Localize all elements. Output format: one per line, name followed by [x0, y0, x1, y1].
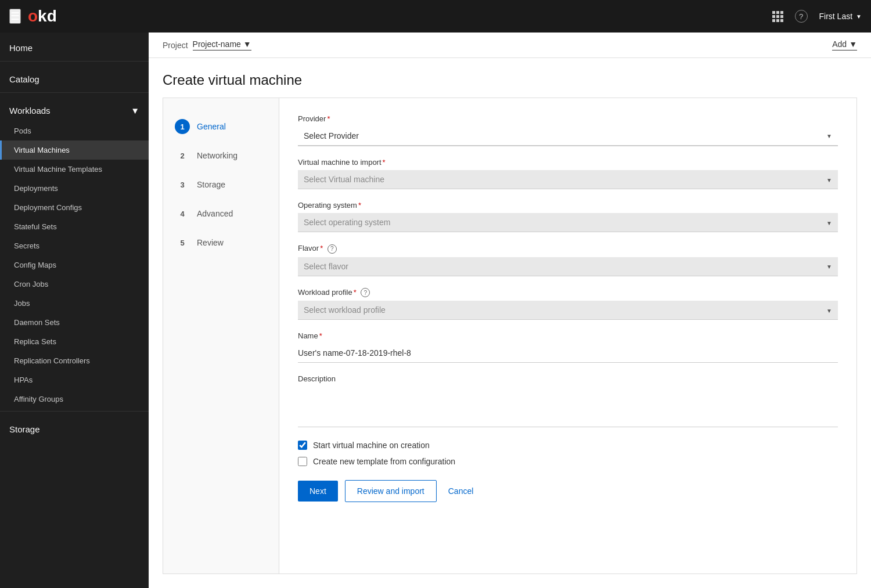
step-label-4: Advanced [197, 209, 233, 218]
user-menu[interactable]: First Last ▼ [819, 12, 862, 21]
flavor-help-icon[interactable]: ? [327, 244, 337, 254]
os-select-wrapper: Select operating system [298, 213, 838, 232]
review-import-button[interactable]: Review and import [345, 480, 437, 502]
workloads-caret: ▼ [131, 106, 139, 116]
vm-import-label: Virtual machine to import* [298, 158, 838, 167]
wizard-step-3[interactable]: 3 Storage [163, 170, 279, 199]
os-group: Operating system* Select operating syste… [298, 201, 838, 232]
grid-menu-button[interactable] [772, 11, 783, 22]
workload-profile-select-wrapper: Select workload profile [298, 301, 838, 320]
step-num-3: 3 [175, 177, 190, 192]
sidebar-item-config-maps[interactable]: Config Maps [0, 255, 149, 275]
next-button[interactable]: Next [298, 481, 338, 502]
hamburger-menu[interactable]: ☰ [9, 9, 21, 24]
workload-profile-select[interactable]: Select workload profile [298, 301, 838, 320]
flavor-select-wrapper: Select flavor [298, 257, 838, 276]
wizard-step-5[interactable]: 5 Review [163, 228, 279, 257]
add-caret: ▼ [849, 39, 857, 49]
name-label: Name* [298, 331, 838, 340]
app-logo: o kd [28, 7, 57, 26]
description-label: Description [298, 374, 838, 383]
description-group: Description [298, 374, 838, 429]
vm-import-select-wrapper: Select Virtual machine [298, 170, 838, 189]
nav-icons: ? First Last ▼ [772, 10, 862, 23]
vm-import-select[interactable]: Select Virtual machine [298, 170, 838, 189]
name-input[interactable] [298, 344, 838, 363]
workload-profile-help-icon[interactable]: ? [361, 288, 370, 297]
step-label-3: Storage [197, 180, 225, 189]
user-menu-caret: ▼ [856, 13, 862, 20]
start-vm-group: Start virtual machine on creation [298, 441, 838, 450]
action-bar: Next Review and import Cancel [298, 480, 838, 502]
wizard-step-1[interactable]: 1 General [163, 112, 279, 141]
main-content: Project Project-name ▼ Add ▼ Create virt… [149, 33, 871, 588]
project-dropdown-caret: ▼ [243, 39, 251, 49]
step-label-5: Review [197, 238, 224, 247]
step-num-4: 4 [175, 206, 190, 221]
wizard-step-2[interactable]: 2 Networking [163, 141, 279, 170]
description-textarea[interactable] [298, 387, 838, 427]
sidebar-home[interactable]: Home [0, 33, 149, 59]
logo-kd: kd [38, 7, 57, 26]
add-label: Add [832, 39, 847, 49]
step-num-1: 1 [175, 119, 190, 134]
vm-import-group: Virtual machine to import* Select Virtua… [298, 158, 838, 189]
create-template-checkbox[interactable] [298, 457, 307, 466]
sidebar-item-pods[interactable]: Pods [0, 121, 149, 140]
sidebar-item-replica-sets[interactable]: Replica Sets [0, 332, 149, 351]
sidebar-item-virtual-machine-templates[interactable]: Virtual Machine Templates [0, 160, 149, 179]
step-label-2: Networking [197, 151, 237, 160]
user-name: First Last [819, 12, 853, 21]
sub-header: Project Project-name ▼ Add ▼ [149, 33, 871, 58]
page-title: Create virtual machine [163, 72, 857, 88]
sidebar-item-replication-controllers[interactable]: Replication Controllers [0, 351, 149, 370]
start-vm-checkbox[interactable] [298, 441, 307, 450]
sidebar-storage[interactable]: Storage [0, 414, 149, 440]
logo-o: o [28, 7, 38, 26]
create-template-label[interactable]: Create new template from configuration [313, 457, 455, 466]
step-num-5: 5 [175, 235, 190, 250]
top-navigation: ☰ o kd ? First Last ▼ [0, 0, 871, 33]
workloads-label: Workloads [9, 106, 51, 116]
help-button[interactable]: ? [795, 10, 808, 23]
sidebar-item-virtual-machines[interactable]: Virtual Machines [0, 140, 149, 160]
sidebar-item-secrets[interactable]: Secrets [0, 236, 149, 255]
create-template-group: Create new template from configuration [298, 457, 838, 466]
wizard-step-4[interactable]: 4 Advanced [163, 199, 279, 228]
project-name: Project-name [193, 39, 241, 49]
flavor-group: Flavor* ? Select flavor [298, 244, 838, 276]
flavor-select[interactable]: Select flavor [298, 257, 838, 276]
workload-profile-group: Workload profile* ? Select workload prof… [298, 288, 838, 320]
sidebar-item-deployment-configs[interactable]: Deployment Configs [0, 198, 149, 217]
sidebar-item-hpas[interactable]: HPAs [0, 370, 149, 389]
start-vm-label[interactable]: Start virtual machine on creation [313, 441, 430, 450]
sidebar: Home Catalog Workloads ▼ Pods Virtual Ma… [0, 33, 149, 588]
cancel-button[interactable]: Cancel [444, 481, 478, 502]
sidebar-workloads[interactable]: Workloads ▼ [0, 95, 149, 121]
flavor-label: Flavor* ? [298, 244, 838, 254]
sidebar-item-cron-jobs[interactable]: Cron Jobs [0, 275, 149, 294]
provider-select[interactable]: Select Provider [298, 127, 838, 145]
wizard-container: 1 General 2 Networking 3 Storage 4 Advan… [163, 98, 857, 574]
workload-profile-label: Workload profile* ? [298, 288, 838, 298]
os-select[interactable]: Select operating system [298, 213, 838, 232]
step-num-2: 2 [175, 148, 190, 163]
page-title-bar: Create virtual machine [149, 58, 871, 98]
provider-label: Provider* [298, 114, 838, 123]
sidebar-item-affinity-groups[interactable]: Affinity Groups [0, 389, 149, 409]
wizard-form-content: Provider* Select Provider Virtual machin… [279, 98, 856, 573]
os-label: Operating system* [298, 201, 838, 210]
sidebar-item-daemon-sets[interactable]: Daemon Sets [0, 313, 149, 332]
add-button[interactable]: Add ▼ [832, 39, 857, 50]
project-label: Project [163, 41, 188, 50]
sidebar-item-stateful-sets[interactable]: Stateful Sets [0, 217, 149, 236]
name-group: Name* [298, 331, 838, 363]
provider-select-wrapper: Select Provider [298, 127, 838, 146]
wizard-steps: 1 General 2 Networking 3 Storage 4 Advan… [163, 98, 279, 573]
sidebar-item-jobs[interactable]: Jobs [0, 294, 149, 313]
provider-group: Provider* Select Provider [298, 114, 838, 146]
project-dropdown[interactable]: Project-name ▼ [193, 39, 251, 50]
grid-icon [772, 11, 783, 22]
sidebar-item-deployments[interactable]: Deployments [0, 179, 149, 198]
sidebar-catalog[interactable]: Catalog [0, 64, 149, 90]
